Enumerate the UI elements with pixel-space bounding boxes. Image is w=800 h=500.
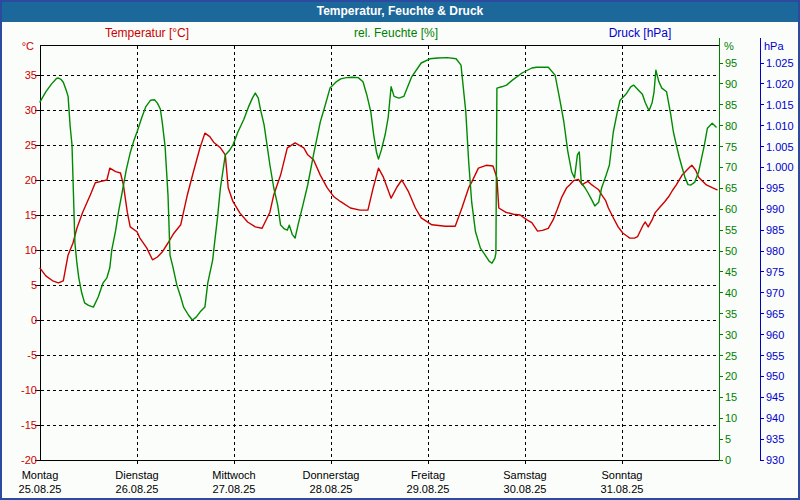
humidity-tick-label: 65 bbox=[725, 182, 737, 194]
day-weekday-label: Freitag bbox=[411, 469, 445, 481]
series-humidity-curve bbox=[40, 58, 716, 320]
pressure-tick-label: 965 bbox=[766, 308, 784, 320]
pressure-tick-label: 985 bbox=[766, 224, 784, 236]
pressure-tick-label: 990 bbox=[766, 203, 784, 215]
pressure-tick-label: 945 bbox=[766, 391, 784, 403]
day-date-label: 29.08.25 bbox=[407, 483, 450, 495]
temperature-tick-label: 10 bbox=[25, 244, 37, 256]
humidity-tick-label: 60 bbox=[725, 203, 737, 215]
pressure-tick-label: 950 bbox=[766, 370, 784, 382]
day-date-label: 25.08.25 bbox=[19, 483, 62, 495]
pressure-tick-label: 955 bbox=[766, 350, 784, 362]
day-weekday-label: Montag bbox=[22, 469, 59, 481]
pressure-tick-label: 1.025 bbox=[766, 57, 794, 69]
temperature-tick-label: -5 bbox=[27, 349, 37, 361]
humidity-tick-label: 45 bbox=[725, 266, 737, 278]
pressure-tick-label: 1.015 bbox=[766, 99, 794, 111]
humidity-tick-label: 55 bbox=[725, 224, 737, 236]
pressure-tick-label: 930 bbox=[766, 454, 784, 466]
chart-plot-area: 35302520151050-5-10-15-20959085807570656… bbox=[0, 0, 800, 500]
pressure-tick-label: 940 bbox=[766, 412, 784, 424]
temperature-tick-label: -20 bbox=[21, 454, 37, 466]
pressure-tick-label: 1.020 bbox=[766, 78, 794, 90]
humidity-tick-label: 40 bbox=[725, 287, 737, 299]
weather-chart-window: { "window": { "title": "Temperatur, Feuc… bbox=[0, 0, 800, 500]
day-weekday-label: Samstag bbox=[503, 469, 546, 481]
temperature-tick-label: 35 bbox=[25, 69, 37, 81]
humidity-tick-label: 30 bbox=[725, 329, 737, 341]
series-temperature-curve bbox=[40, 133, 717, 283]
humidity-tick-label: 85 bbox=[725, 99, 737, 111]
humidity-tick-label: 0 bbox=[725, 454, 731, 466]
temperature-tick-label: 30 bbox=[25, 104, 37, 116]
pressure-tick-label: 1.010 bbox=[766, 120, 794, 132]
humidity-tick-label: 15 bbox=[725, 391, 737, 403]
day-date-label: 31.08.25 bbox=[601, 483, 644, 495]
temperature-tick-label: 20 bbox=[25, 174, 37, 186]
pressure-tick-label: 975 bbox=[766, 266, 784, 278]
pressure-tick-label: 980 bbox=[766, 245, 784, 257]
humidity-tick-label: 35 bbox=[725, 308, 737, 320]
humidity-tick-label: 75 bbox=[725, 141, 737, 153]
pressure-tick-label: 1.000 bbox=[766, 161, 794, 173]
temperature-tick-label: 5 bbox=[31, 279, 37, 291]
day-weekday-label: Sonntag bbox=[602, 469, 643, 481]
humidity-tick-label: 5 bbox=[725, 433, 731, 445]
humidity-tick-label: 70 bbox=[725, 161, 737, 173]
temperature-tick-label: -15 bbox=[21, 419, 37, 431]
humidity-tick-label: 20 bbox=[725, 370, 737, 382]
day-date-label: 28.08.25 bbox=[310, 483, 353, 495]
temperature-tick-label: 0 bbox=[31, 314, 37, 326]
pressure-tick-label: 995 bbox=[766, 182, 784, 194]
humidity-tick-label: 10 bbox=[725, 412, 737, 424]
humidity-tick-label: 95 bbox=[725, 57, 737, 69]
day-weekday-label: Donnerstag bbox=[303, 469, 360, 481]
day-date-label: 30.08.25 bbox=[504, 483, 547, 495]
humidity-tick-label: 25 bbox=[725, 350, 737, 362]
temperature-tick-label: 15 bbox=[25, 209, 37, 221]
temperature-tick-label: 25 bbox=[25, 139, 37, 151]
temperature-tick-label: -10 bbox=[21, 384, 37, 396]
humidity-tick-label: 50 bbox=[725, 245, 737, 257]
day-date-label: 26.08.25 bbox=[116, 483, 159, 495]
humidity-tick-label: 80 bbox=[725, 120, 737, 132]
pressure-tick-label: 960 bbox=[766, 329, 784, 341]
day-weekday-label: Mittwoch bbox=[212, 469, 255, 481]
pressure-tick-label: 970 bbox=[766, 287, 784, 299]
day-date-label: 27.08.25 bbox=[213, 483, 256, 495]
pressure-tick-label: 935 bbox=[766, 433, 784, 445]
pressure-tick-label: 1.005 bbox=[766, 141, 794, 153]
humidity-tick-label: 90 bbox=[725, 78, 737, 90]
day-weekday-label: Dienstag bbox=[115, 469, 158, 481]
